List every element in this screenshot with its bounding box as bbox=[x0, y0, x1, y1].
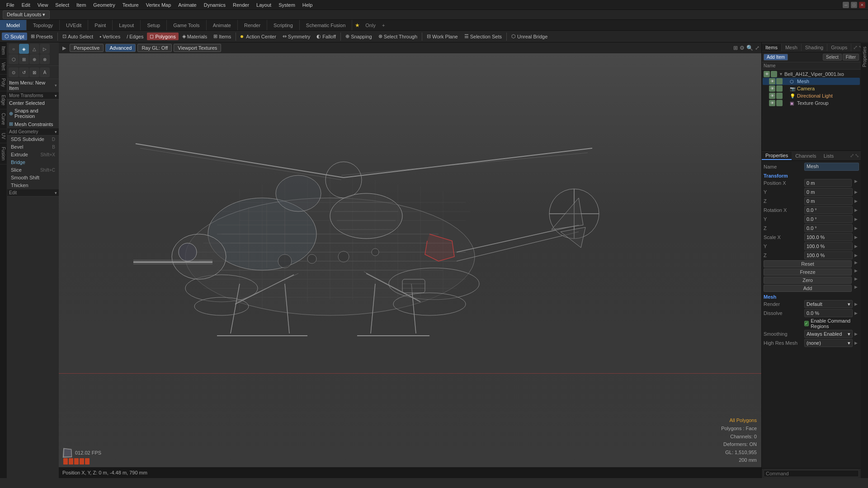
menu-file[interactable]: File bbox=[3, 1, 18, 9]
scale-z-value[interactable]: 100.0 % bbox=[804, 251, 853, 259]
slice-btn[interactable]: Slice Shift+C bbox=[7, 166, 59, 174]
presets-button[interactable]: ⊞ Presets bbox=[28, 33, 56, 40]
tool-icon-d[interactable]: A bbox=[40, 67, 50, 77]
left-tab-fusion[interactable]: Fusion bbox=[0, 143, 7, 164]
add-item-btn[interactable]: Add Item bbox=[764, 54, 788, 61]
polygons-button[interactable]: ◻ Polygons bbox=[147, 33, 178, 40]
zero-btn[interactable]: Zero bbox=[764, 277, 852, 284]
add-arrow[interactable]: ▶ bbox=[853, 285, 859, 292]
tab-paint[interactable]: Paint bbox=[88, 20, 113, 30]
freeze-arrow[interactable]: ▶ bbox=[853, 268, 859, 276]
prop-tab-properties[interactable]: Properties bbox=[762, 152, 792, 160]
dissolve-arrow[interactable]: ▶ bbox=[853, 311, 859, 315]
minimize-button[interactable]: ─ bbox=[843, 2, 849, 8]
scene-tab-items[interactable]: Items bbox=[762, 44, 782, 51]
edge-tab-properties[interactable]: Properties bbox=[861, 42, 868, 71]
add-tab-button[interactable]: + bbox=[378, 21, 388, 30]
menu-vertex-map[interactable]: Vertex Map bbox=[142, 1, 175, 9]
vis-icon-mesh[interactable]: 👁 bbox=[769, 78, 775, 84]
menu-view[interactable]: View bbox=[34, 1, 52, 9]
menu-system[interactable]: System bbox=[275, 1, 299, 9]
tab-uvedit[interactable]: UVEdit bbox=[60, 20, 88, 30]
pos-y-arrow[interactable]: ▶ bbox=[853, 190, 859, 194]
prop-tab-channels[interactable]: Channels bbox=[792, 152, 820, 160]
transforms-header[interactable]: More Transforms ▾ bbox=[7, 92, 59, 99]
menu-select[interactable]: Select bbox=[52, 1, 73, 9]
menu-edit[interactable]: Edit bbox=[18, 1, 34, 9]
tree-item-light[interactable]: 👁 💡 Directional Light bbox=[763, 92, 860, 99]
pos-z-arrow[interactable]: ▶ bbox=[853, 199, 859, 203]
tab-setup[interactable]: Setup bbox=[141, 20, 167, 30]
tree-item-root[interactable]: 👁 ▼ Bell_AH1Z_Viper_0001.lxo bbox=[763, 70, 860, 78]
dissolve-value[interactable]: 0.0 % bbox=[804, 309, 853, 317]
menu-dynamics[interactable]: Dynamics bbox=[200, 1, 229, 9]
work-plane-button[interactable]: ⊟ Work Plane bbox=[424, 33, 461, 40]
snapping-button[interactable]: ⊕ Snapping bbox=[343, 33, 375, 40]
items-button[interactable]: ⊞ Items bbox=[211, 33, 234, 40]
prop-expand-icon[interactable]: ⤢ bbox=[850, 153, 854, 159]
action-center-button[interactable]: Action Center bbox=[238, 33, 279, 40]
tool-icon-a[interactable]: ⊙ bbox=[9, 67, 19, 77]
falloff-button[interactable]: ◐ Falloff bbox=[314, 33, 339, 40]
zoom-viewport-icon[interactable]: 🔍 bbox=[746, 45, 753, 51]
rot-z-value[interactable]: 0.0 ° bbox=[804, 224, 853, 232]
default-layouts-dropdown[interactable]: Default Layouts ▾ bbox=[3, 10, 50, 19]
menu-render[interactable]: Render bbox=[229, 1, 253, 9]
edges-button[interactable]: / Edges bbox=[124, 33, 146, 40]
scale-y-value[interactable]: 100.0 % bbox=[804, 242, 853, 250]
tool-icon-c[interactable]: ⊠ bbox=[29, 67, 39, 77]
smooth-shift-btn[interactable]: Smooth Shift bbox=[7, 174, 59, 182]
filter-btn[interactable]: Filter bbox=[843, 54, 859, 61]
tab-topology[interactable]: Topology bbox=[27, 20, 60, 30]
camera-viewport-icon[interactable]: ⊞ bbox=[733, 45, 738, 51]
rot-x-value[interactable]: 0.0 ° bbox=[804, 206, 853, 214]
expand-root[interactable]: ▼ bbox=[779, 72, 784, 76]
scene-tab-shading[interactable]: Shading bbox=[802, 44, 827, 51]
rot-y-value[interactable]: 0.0 ° bbox=[804, 215, 853, 223]
scale-z-arrow[interactable]: ▶ bbox=[853, 253, 859, 258]
mesh-constraints-btn[interactable]: ⊞ Mesh Constraints bbox=[7, 120, 59, 128]
high-res-select[interactable]: (none) ▾ bbox=[804, 339, 853, 347]
render-icon-root[interactable] bbox=[771, 71, 777, 77]
pos-z-value[interactable]: 0 m bbox=[804, 197, 853, 205]
tree-item-mesh[interactable]: 👁 ⬡ Mesh bbox=[763, 78, 860, 85]
tab-scripting[interactable]: Scripting bbox=[267, 20, 300, 30]
vertices-button[interactable]: • Vertices bbox=[97, 33, 123, 40]
left-tab-vert[interactable]: Vert bbox=[0, 59, 7, 75]
unreal-bridge-button[interactable]: ⬡ Unreal Bridge bbox=[509, 33, 550, 40]
bridge-btn[interactable]: Bridge bbox=[7, 159, 59, 166]
viewport-textures-btn[interactable]: Viewport Textures bbox=[174, 44, 221, 52]
command-input[interactable] bbox=[764, 470, 859, 477]
sculpt-icon-4[interactable]: ▷ bbox=[40, 44, 50, 54]
render-icon-light[interactable] bbox=[776, 93, 783, 99]
sculpt-icon-2[interactable]: ◈ bbox=[19, 44, 29, 54]
reset-btn[interactable]: Reset bbox=[764, 260, 852, 267]
render-select[interactable]: Default ▾ bbox=[804, 300, 853, 308]
freeze-btn[interactable]: Freeze bbox=[764, 268, 852, 276]
center-selected-btn[interactable]: Center Selected bbox=[7, 99, 59, 107]
smoothing-select[interactable]: Always Enabled ▾ bbox=[804, 330, 853, 338]
pos-x-value[interactable]: 0 m bbox=[804, 179, 852, 187]
tab-game-tools[interactable]: Game Tools bbox=[167, 20, 207, 30]
scene-tab-groups[interactable]: Groups bbox=[827, 44, 851, 51]
left-tab-edge[interactable]: Edge bbox=[0, 91, 7, 109]
tool-icon-b[interactable]: ↺ bbox=[19, 67, 29, 77]
add-btn[interactable]: Add bbox=[764, 285, 852, 292]
sculpt-icon-6[interactable]: ⊞ bbox=[19, 54, 29, 64]
symmetry-button[interactable]: ⇔ Symmetry bbox=[280, 33, 313, 40]
pos-x-arrow[interactable]: ▶ bbox=[853, 179, 859, 187]
tab-render[interactable]: Render bbox=[238, 20, 267, 30]
sculpt-icon-3[interactable]: △ bbox=[29, 44, 39, 54]
scale-y-arrow[interactable]: ▶ bbox=[853, 244, 859, 249]
left-tab-curve[interactable]: Curve bbox=[0, 109, 7, 129]
rot-x-arrow[interactable]: ▶ bbox=[853, 208, 859, 212]
sculpt-icon-7[interactable]: ⊕ bbox=[29, 54, 39, 64]
menu-item[interactable]: Item bbox=[73, 1, 90, 9]
extrude-btn[interactable]: Extrude Shift+X bbox=[7, 151, 59, 159]
bevel-btn[interactable]: Bevel B bbox=[7, 143, 59, 151]
high-res-arrow[interactable]: ▶ bbox=[853, 341, 859, 345]
tab-model[interactable]: Model bbox=[0, 20, 27, 30]
sculpt-icon-8[interactable]: ⊗ bbox=[40, 54, 50, 64]
prop-shrink-icon[interactable]: ⤡ bbox=[855, 153, 859, 159]
menu-geometry[interactable]: Geometry bbox=[90, 1, 118, 9]
